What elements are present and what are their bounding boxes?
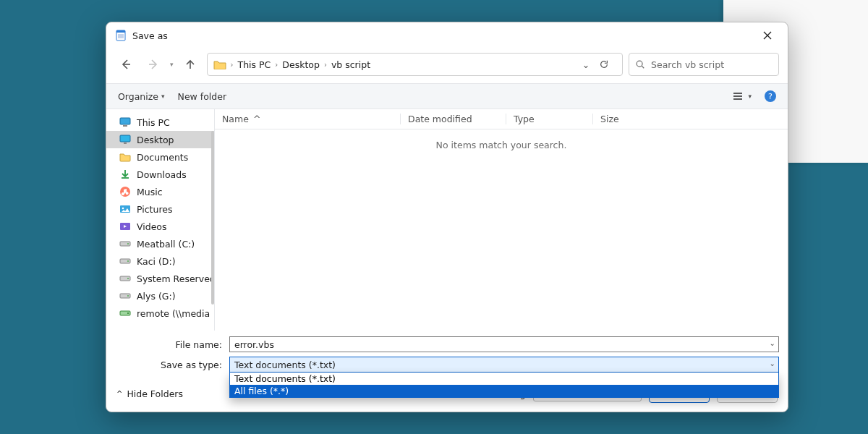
column-size[interactable]: Size (592, 114, 650, 124)
up-button[interactable] (179, 54, 201, 75)
tree-item[interactable]: Pictures (106, 200, 214, 218)
videos-icon (119, 221, 131, 232)
chevron-down-icon: ▾ (161, 93, 165, 100)
tree-item-label: Downloads (137, 169, 187, 180)
save-type-option[interactable]: Text documents (*.txt) (230, 373, 778, 385)
save-type-label: Save as type: (115, 359, 225, 370)
pictures-icon (119, 203, 131, 215)
tree-item[interactable]: Downloads (106, 166, 214, 183)
column-label: Size (600, 114, 619, 124)
notepad-icon (115, 30, 127, 41)
svg-rect-1 (116, 30, 125, 33)
column-type[interactable]: Type (506, 114, 592, 124)
tree-item[interactable]: Videos (106, 218, 214, 235)
hide-folders-label: Hide Folders (127, 388, 183, 399)
tree-item-label: Desktop (137, 135, 174, 145)
column-label: Date modified (408, 114, 472, 124)
tree-item-label: Alys (G:) (137, 291, 176, 302)
address-dropdown-icon[interactable]: ⌄ (577, 59, 595, 70)
empty-message: No items match your search. (215, 129, 788, 331)
address-bar[interactable]: › This PC › Desktop › vb script ⌄ (207, 53, 623, 76)
chevron-right-icon: › (324, 61, 327, 69)
desktop-icon (119, 134, 131, 145)
tree-item[interactable]: Kaci (D:) (106, 252, 214, 270)
sort-indicator-icon: ^ (253, 114, 260, 124)
chevron-down-icon[interactable]: ⌄ (770, 339, 775, 347)
svg-point-24 (127, 278, 129, 279)
drive-icon (119, 255, 131, 267)
file-name-input[interactable]: error.vbs ⌄ (229, 336, 779, 352)
tree-item[interactable]: Music (106, 183, 214, 200)
column-label: Type (514, 114, 535, 124)
file-name-label: File name: (115, 339, 225, 350)
tree-item-label: remote (\\media (137, 308, 210, 319)
svg-rect-12 (120, 135, 130, 142)
refresh-icon[interactable] (599, 59, 616, 69)
tree-item-label: System Reserved (137, 273, 214, 284)
help-button[interactable]: ? (765, 90, 776, 102)
svg-point-5 (637, 61, 642, 67)
tree-item-label: Videos (137, 221, 167, 232)
netdrive-icon (119, 307, 131, 319)
history-chevron-icon[interactable]: ▾ (170, 61, 174, 68)
chevron-up-icon: ^ (116, 390, 122, 398)
tree-item[interactable]: System Reserved (106, 270, 214, 287)
organize-label: Organize (118, 91, 158, 102)
save-type-dropdown: Text documents (*.txt) All files (*.*) (229, 373, 779, 398)
svg-point-17 (122, 208, 124, 210)
tree-item[interactable]: This PC (106, 114, 214, 131)
chevron-right-icon: › (275, 61, 278, 69)
toolbar: Organize ▾ New folder ▾ ? (106, 83, 788, 109)
tree-item[interactable]: Desktop (106, 131, 214, 148)
column-name[interactable]: Name ^ (215, 114, 400, 124)
tree-item[interactable]: Meatball (C:) (106, 235, 214, 252)
tree-item-label: Pictures (137, 204, 173, 215)
chevron-down-icon: ▾ (748, 93, 752, 100)
close-button[interactable] (756, 25, 779, 46)
tree-item-label: Music (137, 187, 163, 197)
save-form: File name: error.vbs ⌄ Save as type: Tex… (106, 331, 788, 377)
svg-point-20 (127, 243, 129, 244)
chevron-right-icon: › (231, 61, 234, 69)
svg-rect-11 (123, 125, 127, 127)
forward-button[interactable] (142, 54, 164, 75)
chevron-down-icon[interactable]: ⌄ (770, 359, 775, 367)
svg-point-26 (127, 295, 129, 297)
tree-item[interactable]: Alys (G:) (106, 287, 214, 305)
breadcrumb-segment[interactable]: Desktop (282, 59, 320, 70)
tree-item[interactable]: Documents (106, 148, 214, 166)
save-as-dialog: Save as ▾ › This PC › Desktop › (106, 22, 788, 412)
back-button[interactable] (115, 54, 137, 75)
column-label: Name (222, 114, 249, 124)
file-list-pane: Name ^ Date modified Type Size No items … (215, 109, 788, 331)
folder-icon (119, 151, 131, 163)
organize-menu[interactable]: Organize ▾ (118, 91, 165, 102)
save-type-combobox[interactable]: Text documents (*.txt) ⌄ (229, 357, 779, 373)
breadcrumb-segment[interactable]: vb script (331, 59, 370, 70)
save-type-option[interactable]: All files (*.*) (230, 385, 778, 397)
drive-icon (119, 273, 131, 284)
drive-icon (119, 238, 131, 250)
breadcrumb-segment[interactable]: This PC (238, 59, 271, 70)
view-options-button[interactable]: ▾ (732, 90, 752, 102)
tree-item[interactable]: remote (\\media (106, 305, 214, 322)
search-placeholder: Search vb script (651, 59, 724, 70)
svg-line-6 (642, 66, 644, 68)
svg-rect-13 (124, 142, 127, 144)
download-icon (119, 169, 131, 180)
file-name-value: error.vbs (234, 339, 274, 350)
titlebar: Save as (106, 22, 788, 48)
hide-folders-toggle[interactable]: ^ Hide Folders (116, 388, 183, 399)
svg-point-28 (127, 312, 129, 314)
svg-point-22 (127, 260, 129, 262)
folder-icon (213, 59, 226, 69)
save-type-value: Text documents (*.txt) (234, 359, 336, 370)
nav-row: ▾ › This PC › Desktop › vb script ⌄ (106, 48, 788, 83)
list-view-icon (732, 90, 744, 102)
new-folder-button[interactable]: New folder (178, 91, 227, 102)
tree-item-label: This PC (137, 117, 170, 128)
search-input[interactable]: Search vb script (629, 53, 779, 76)
column-modified[interactable]: Date modified (400, 114, 506, 124)
scrollbar-thumb[interactable] (211, 131, 214, 305)
tree-item-label: Kaci (D:) (137, 256, 176, 267)
